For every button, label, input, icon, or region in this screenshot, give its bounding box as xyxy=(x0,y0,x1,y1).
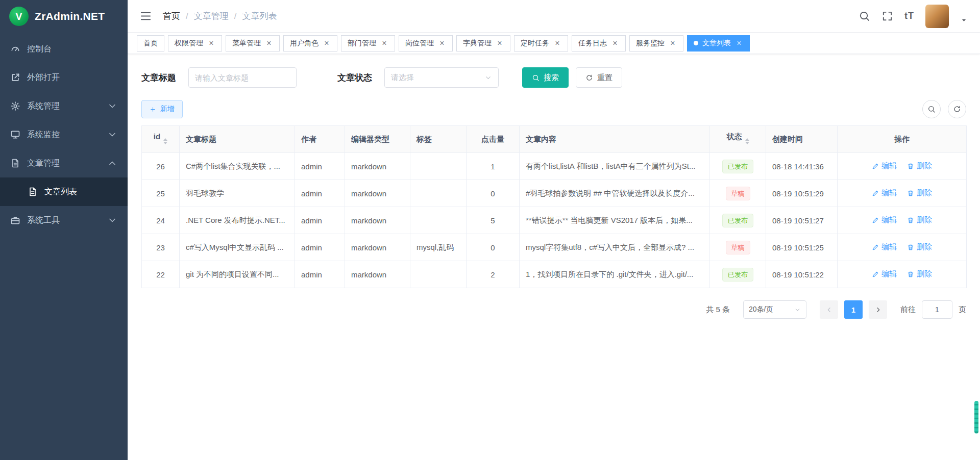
search-button[interactable]: 搜索 xyxy=(522,67,569,88)
sidebar-item-system-tools[interactable]: 系统工具 xyxy=(0,206,128,235)
chevron-up-icon xyxy=(107,158,117,168)
tab-service-monitor[interactable]: 服务监控× xyxy=(629,35,683,52)
chevron-right-icon xyxy=(874,306,882,314)
edit-button-label: 编辑 xyxy=(881,242,897,252)
sort-asc-icon[interactable] xyxy=(745,136,749,141)
next-page-button[interactable] xyxy=(869,300,887,319)
tab-dictionary[interactable]: 字典管理× xyxy=(456,35,510,52)
sort-carets-icon[interactable] xyxy=(163,136,167,146)
page-number-button[interactable]: 1 xyxy=(844,300,863,319)
tab-label: 用户角色 xyxy=(290,39,318,48)
app-title: ZrAdmin.NET xyxy=(35,10,105,22)
edit-button[interactable]: 编辑 xyxy=(872,161,897,171)
trash-icon xyxy=(907,217,914,224)
close-icon[interactable]: × xyxy=(669,39,677,47)
tab-home[interactable]: 首页 xyxy=(137,35,164,52)
sort-desc-icon[interactable] xyxy=(745,142,749,146)
tab-article-list[interactable]: 文章列表× xyxy=(687,35,750,52)
tab-post[interactable]: 岗位管理× xyxy=(399,35,453,52)
cell-hits: 0 xyxy=(467,234,520,261)
chevron-down-icon xyxy=(107,215,117,225)
close-icon[interactable]: × xyxy=(553,39,561,47)
add-button[interactable]: 新增 xyxy=(141,100,183,118)
tab-menu[interactable]: 菜单管理× xyxy=(226,35,280,52)
article-status-label: 文章状态 xyxy=(337,72,372,84)
content: 文章标题 文章状态 请选择 搜索 重置 新 xyxy=(128,54,980,460)
delete-button[interactable]: 删除 xyxy=(907,269,932,279)
menu-fold-icon[interactable] xyxy=(140,10,152,22)
external-link-icon xyxy=(10,72,20,83)
tab-task-log[interactable]: 任务日志× xyxy=(572,35,626,52)
sidebar-item-external-open[interactable]: 外部打开 xyxy=(0,63,128,92)
search-icon[interactable] xyxy=(859,10,870,22)
close-icon[interactable]: × xyxy=(735,39,743,47)
delete-button[interactable]: 删除 xyxy=(907,188,932,198)
sidebar-item-dashboard[interactable]: 控制台 xyxy=(0,35,128,63)
cell-status: 已发布 xyxy=(710,261,766,288)
column-header-label: 标签 xyxy=(416,135,432,143)
close-icon[interactable]: × xyxy=(323,39,331,47)
column-header-status[interactable]: 状态 xyxy=(710,126,766,153)
tab-scheduled-task[interactable]: 定时任务× xyxy=(514,35,568,52)
fullscreen-icon[interactable] xyxy=(881,10,893,22)
sort-asc-icon[interactable] xyxy=(163,136,167,141)
edit-button[interactable]: 编辑 xyxy=(872,215,897,225)
breadcrumb-item[interactable]: 首页 xyxy=(163,10,180,22)
search-icon xyxy=(927,105,936,113)
caret-down-icon[interactable] xyxy=(960,16,968,24)
sidebar-item-system-management[interactable]: 系统管理 xyxy=(0,92,128,120)
cell-id: 26 xyxy=(142,153,180,180)
cell-content: 有两个list,listA 和listB，listA中有三个属性列为St... xyxy=(520,153,710,180)
sort-desc-icon[interactable] xyxy=(163,142,167,146)
table-row: 22git 为不同的项目设置不同...adminmarkdown21，找到项目所… xyxy=(142,261,967,288)
edit-button[interactable]: 编辑 xyxy=(872,269,897,279)
column-header-label: 文章内容 xyxy=(526,135,556,143)
article-status-select[interactable]: 请选择 xyxy=(384,67,499,88)
font-size-icon[interactable]: tT xyxy=(904,10,914,22)
close-icon[interactable]: × xyxy=(438,39,446,47)
table-row: 23c#写入Mysql中文显示乱码 ...adminmarkdownmysql,… xyxy=(142,234,967,261)
goto-page-input[interactable] xyxy=(922,300,952,319)
cell-editor: markdown xyxy=(345,180,410,207)
refresh-button[interactable] xyxy=(948,100,966,118)
sidebar-item-article-management[interactable]: 文章管理 xyxy=(0,149,128,177)
close-icon[interactable]: × xyxy=(265,39,273,47)
scrollbar-thumb[interactable] xyxy=(974,401,978,433)
select-placeholder: 请选择 xyxy=(391,73,414,83)
logo-icon: V xyxy=(9,7,29,26)
cell-author: admin xyxy=(295,261,345,288)
breadcrumb-separator: / xyxy=(234,11,237,21)
edit-button[interactable]: 编辑 xyxy=(872,242,897,252)
delete-button[interactable]: 删除 xyxy=(907,215,932,225)
table-row: 26C#两个list集合实现关联，...adminmarkdown1有两个lis… xyxy=(142,153,967,180)
tab-permission[interactable]: 权限管理× xyxy=(168,35,222,52)
page-size-select[interactable]: 20条/页 xyxy=(743,300,806,319)
column-header-created: 创建时间 xyxy=(766,126,838,153)
prev-page-button[interactable] xyxy=(820,300,838,319)
cell-id: 24 xyxy=(142,207,180,234)
close-icon[interactable]: × xyxy=(207,39,215,47)
close-icon[interactable]: × xyxy=(611,39,619,47)
cell-created: 08-19 10:51:25 xyxy=(766,234,838,261)
close-icon[interactable]: × xyxy=(496,39,504,47)
cell-hits: 0 xyxy=(467,180,520,207)
delete-button[interactable]: 删除 xyxy=(907,161,932,171)
table-row: 24.NET Core 发布时提示.NET...adminmarkdown5**… xyxy=(142,207,967,234)
tab-user-role[interactable]: 用户角色× xyxy=(283,35,337,52)
avatar[interactable] xyxy=(925,5,949,28)
sidebar-item-article-list[interactable]: 文章列表 xyxy=(0,177,128,206)
cell-created: 08-18 14:41:36 xyxy=(766,153,838,180)
sort-carets-icon[interactable] xyxy=(745,136,749,146)
edit-button[interactable]: 编辑 xyxy=(872,188,897,198)
delete-button-label: 删除 xyxy=(917,242,932,252)
reset-button-label: 重置 xyxy=(597,73,612,83)
article-title-input[interactable] xyxy=(188,67,297,88)
sidebar-item-system-monitor[interactable]: 系统监控 xyxy=(0,120,128,149)
reset-button[interactable]: 重置 xyxy=(576,67,622,88)
column-header-id[interactable]: id xyxy=(142,126,180,153)
tab-department[interactable]: 部门管理× xyxy=(341,35,395,52)
delete-button[interactable]: 删除 xyxy=(907,242,932,252)
breadcrumb-item[interactable]: 文章管理 xyxy=(194,10,229,22)
toggle-search-button[interactable] xyxy=(922,100,941,118)
close-icon[interactable]: × xyxy=(380,39,388,47)
